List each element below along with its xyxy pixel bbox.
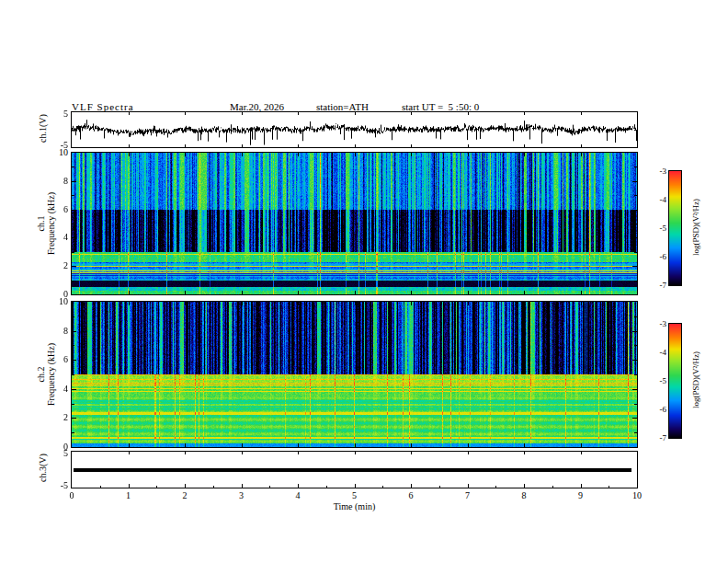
time-tick-label: 5 [346, 490, 364, 500]
freq-tick-label: 6 [37, 204, 68, 214]
freq-tick-label: 8 [37, 176, 68, 186]
colorbar-tick-label: -6 [644, 405, 666, 415]
time-tick-label: 4 [289, 490, 307, 500]
colorbar-tick-label: -7 [644, 281, 666, 291]
ch3-waveform-plot [71, 451, 638, 488]
time-tick-label: 6 [402, 490, 420, 500]
colorbar-tick-label: -4 [644, 195, 666, 205]
voltage-tick-label: -5 [37, 140, 68, 150]
freq-tick-label: 8 [37, 326, 68, 336]
voltage-tick-label: 5 [37, 109, 68, 119]
time-tick-label: 3 [233, 490, 251, 500]
time-tick-label: 2 [176, 490, 194, 500]
colorbar-tick-label: -3 [644, 167, 666, 177]
freq-tick-label: 4 [37, 384, 68, 394]
colorbar-ch2 [668, 323, 682, 439]
freq-tick-label: 6 [37, 354, 68, 364]
colorbar-tick-label: -4 [644, 348, 666, 358]
colorbar-tick-label: -5 [644, 376, 666, 386]
ch1-frequency-axis-label: ch.1 Frequency (kHz) [36, 147, 56, 300]
time-tick-label: 0 [63, 490, 81, 500]
freq-tick-label: 2 [37, 412, 68, 422]
colorbar-ch2-units-label: log(PSD)(V²/Hz) [691, 323, 700, 437]
colorbar-tick-label: -3 [644, 319, 666, 329]
colorbar-ch1 [668, 170, 682, 286]
voltage-tick-label: -5 [37, 480, 68, 490]
time-axis-label: Time (min) [72, 501, 637, 511]
freq-tick-label: 4 [37, 232, 68, 242]
voltage-tick-label: 5 [37, 448, 68, 458]
ch2-spectrogram-plot [71, 301, 638, 448]
ch1-spectrogram-plot [71, 152, 638, 295]
ch1-axis-frequency-label: Frequency (kHz) [46, 147, 56, 300]
ch1-waveform-plot [71, 111, 638, 148]
freq-tick-label: 2 [37, 260, 68, 270]
ch1-axis-channel-label: ch.1 [36, 147, 46, 300]
ch3-voltage-axis-label: ch.3(V) [38, 418, 48, 519]
vlf-spectra-figure: VLF Spectra Mar.20, 2026 station=ATH sta… [0, 0, 728, 563]
freq-tick-label: 10 [37, 296, 68, 306]
time-tick-label: 9 [572, 490, 590, 500]
time-tick-label: 1 [119, 490, 138, 500]
colorbar-tick-label: -5 [644, 224, 666, 234]
time-tick-label: 10 [628, 490, 646, 500]
ch2-axis-frequency-label: Frequency (kHz) [46, 298, 56, 451]
colorbar-tick-label: -6 [644, 252, 666, 262]
time-tick-label: 7 [459, 490, 477, 500]
time-tick-label: 8 [515, 490, 533, 500]
colorbar-tick-label: -7 [644, 433, 666, 443]
colorbar-ch1-units-label: log(PSD)(V²/Hz) [691, 170, 700, 284]
